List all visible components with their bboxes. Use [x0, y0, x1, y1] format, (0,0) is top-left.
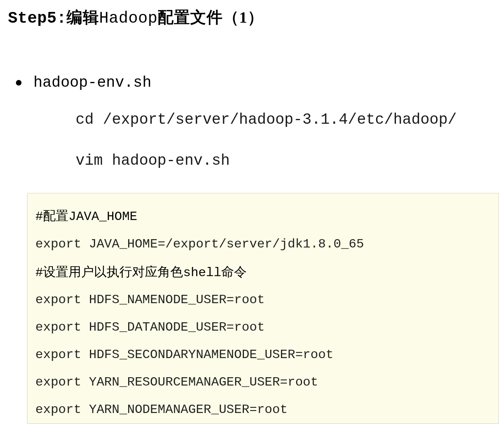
code-comment-1-cn: 配置: [43, 208, 68, 223]
code-comment-1: #配置JAVA_HOME: [35, 202, 491, 231]
command-line-2: vim hadoop-env.sh: [76, 152, 499, 169]
code-line-1: export JAVA_HOME=/export/server/jdk1.8.0…: [35, 231, 491, 258]
page-title: Step5:编辑Hadoop配置文件（1）: [0, 0, 499, 28]
code-line-4: export HDFS_SECONDARYNAMENODE_USER=root: [35, 341, 491, 369]
bullet-icon: [16, 80, 21, 86]
code-block: #配置JAVA_HOME export JAVA_HOME=/export/se…: [27, 193, 499, 424]
code-comment-2-cn2: 命令: [221, 265, 247, 279]
code-comment-2: #设置用户以执行对应角色shell命令: [35, 258, 491, 287]
title-cn1: 编辑: [66, 8, 99, 26]
title-step: Step5:: [8, 10, 66, 27]
code-line-2: export HDFS_NAMENODE_USER=root: [35, 286, 491, 314]
code-comment-2-mono: shell: [183, 265, 221, 280]
hash2: #: [35, 265, 43, 280]
code-line-3: export HDFS_DATANODE_USER=root: [35, 314, 491, 341]
hash: #: [35, 209, 43, 224]
command-block: cd /export/server/hadoop-3.1.4/etc/hadoo…: [0, 111, 499, 169]
code-comment-2-cn1: 设置用户以执行对应角色: [43, 265, 183, 279]
code-line-6: export YARN_NODEMANAGER_USER=root: [35, 396, 491, 424]
title-mono: Hadoop: [99, 10, 158, 27]
bullet-item: hadoop-env.sh: [0, 74, 499, 91]
title-cn2: 配置文件（1）: [158, 8, 264, 26]
command-line-1: cd /export/server/hadoop-3.1.4/etc/hadoo…: [76, 111, 499, 128]
bullet-text: hadoop-env.sh: [33, 74, 151, 91]
code-comment-1-tail: JAVA_HOME: [68, 209, 137, 224]
code-line-5: export YARN_RESOURCEMANAGER_USER=root: [35, 369, 491, 396]
